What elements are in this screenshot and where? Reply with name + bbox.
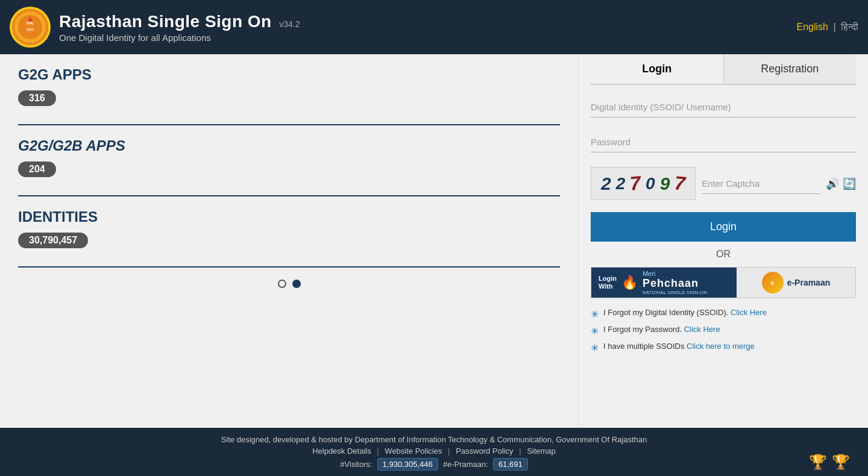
svg-text:SSO: SSO (27, 28, 34, 31)
trophy-icon-2: 🏆 (832, 454, 850, 471)
forgot-ssoid-text: I Forgot my Digital Identity (SSOID). Cl… (603, 308, 767, 317)
captcha-audio-button[interactable]: 🔊 (826, 177, 839, 190)
identities-count: 30,790,457 (18, 233, 88, 248)
sitemap-link[interactable]: Sitemap (527, 446, 556, 456)
captcha-char-4: 0 (646, 174, 655, 193)
carousel-dot-2[interactable] (292, 280, 301, 288)
merge-ssoid-link[interactable]: Click here to merge (687, 342, 755, 351)
app-subtitle: One Digital Identity for all Application… (59, 33, 300, 43)
captcha-image: 2 2 7 0 9 7 (591, 167, 696, 200)
password-group (591, 132, 856, 152)
ssoid-input[interactable] (591, 97, 856, 117)
forgot-password-row: ✳ I Forgot my Password. Click Here (591, 325, 856, 337)
carousel-dots (18, 280, 560, 288)
header-left: राज. SSO Rajasthan Single Sign On v34.2 … (10, 7, 300, 48)
pehchaan-meri-text: Meri (643, 270, 707, 277)
tab-login[interactable]: Login (591, 54, 723, 84)
meri-pehchaan-image: Login With 🔥 Meri Pehchaan NATIONAL SING… (591, 267, 856, 298)
carousel-dot-1[interactable] (278, 280, 286, 288)
footer-wrapper: Site designed, developed & hosted by Dep… (0, 428, 868, 476)
app-title-text: Rajasthan Single Sign On (59, 12, 272, 31)
epramaan-name: e-Pramaan (787, 278, 831, 287)
captcha-refresh-button[interactable]: 🔄 (843, 177, 856, 190)
footer: Site designed, developed & hosted by Dep… (0, 428, 868, 476)
captcha-char-3: 7 (629, 172, 642, 195)
tab-registration[interactable]: Registration (723, 54, 857, 84)
g2g-g2b-apps-title: G2G/G2B APPS (18, 137, 560, 154)
pehchaan-text: Meri Pehchaan NATIONAL SINGLE SIGN-ON (643, 270, 707, 295)
epramaan-label: #e-Pramaan: (443, 460, 488, 469)
g2g-apps-section: G2G APPS 316 (18, 66, 560, 125)
auth-tabs: Login Registration (591, 54, 856, 85)
helpdesk-link[interactable]: Helpdesk Details (312, 446, 371, 456)
logo: राज. SSO (10, 7, 51, 48)
forgot-password-link[interactable]: Click Here (684, 325, 720, 334)
or-divider: OR (591, 249, 856, 260)
header-title-block: Rajasthan Single Sign On v34.2 One Digit… (59, 12, 300, 43)
help-asterisk-3: ✳ (591, 342, 599, 354)
captcha-char-5: 9 (660, 174, 670, 194)
captcha-row: 2 2 7 0 9 7 🔊 🔄 (591, 167, 856, 200)
captcha-icons: 🔊 🔄 (826, 177, 856, 190)
left-panel: G2G APPS 316 G2G/G2B APPS 204 IDENTITIES… (0, 54, 579, 428)
epramaan-count: 61,691 (493, 458, 528, 471)
pehchaan-name-text: Pehchaan (643, 277, 707, 290)
login-button[interactable]: Login (591, 212, 856, 242)
pehchaan-left: Login With 🔥 Meri Pehchaan NATIONAL SING… (591, 268, 737, 298)
language-selector: English | हिन्दी (796, 22, 858, 33)
help-asterisk-2: ✳ (591, 325, 599, 337)
lang-separator: | (833, 22, 835, 32)
pehchaan-flame-icon: 🔥 (621, 275, 638, 290)
website-policies-link[interactable]: Website Policies (385, 446, 442, 456)
epramaan-logo: e e-Pramaan (762, 272, 831, 293)
merge-ssoid-text: I have multiple SSOIDs Click here to mer… (603, 342, 755, 351)
identities-title: IDENTITIES (18, 208, 560, 225)
ssoid-group (591, 97, 856, 117)
app-version: v34.2 (279, 19, 300, 29)
help-links: ✳ I Forgot my Digital Identity (SSOID). … (591, 308, 856, 354)
epramaan-circle-icon: e (762, 272, 784, 293)
captcha-input[interactable] (702, 174, 820, 194)
visitors-count: 1,930,305,446 (377, 458, 438, 471)
meri-pehchaan-button[interactable]: Login With 🔥 Meri Pehchaan NATIONAL SING… (591, 267, 856, 298)
header: राज. SSO Rajasthan Single Sign On v34.2 … (0, 0, 868, 54)
footer-trophies: 🏆 🏆 (809, 454, 850, 471)
pehchaan-right: e e-Pramaan (737, 268, 855, 298)
password-policy-link[interactable]: Password Policy (456, 446, 513, 456)
merge-ssoid-row: ✳ I have multiple SSOIDs Click here to m… (591, 342, 856, 354)
svg-text:राज.: राज. (26, 21, 34, 25)
g2g-g2b-apps-section: G2G/G2B APPS 204 (18, 137, 560, 196)
captcha-char-6: 7 (674, 172, 687, 195)
forgot-ssoid-row: ✳ I Forgot my Digital Identity (SSOID). … (591, 308, 856, 320)
password-input[interactable] (591, 132, 856, 152)
pehchaan-login-label: Login With (599, 275, 617, 290)
right-panel: Login Registration 2 2 7 0 9 7 (579, 54, 868, 428)
captcha-char-2: 2 (616, 174, 626, 193)
hindi-lang-link[interactable]: हिन्दी (841, 22, 858, 32)
visitors-label: #Visitors: (340, 460, 372, 469)
footer-stats: #Visitors: 1,930,305,446 #e-Pramaan: 61,… (10, 458, 858, 471)
logo-inner: राज. SSO (12, 9, 48, 45)
trophy-icon-1: 🏆 (809, 454, 827, 471)
help-asterisk-1: ✳ (591, 308, 599, 320)
main-container: G2G APPS 316 G2G/G2B APPS 204 IDENTITIES… (0, 54, 868, 428)
g2g-apps-title: G2G APPS (18, 66, 560, 83)
forgot-password-text: I Forgot my Password. Click Here (603, 325, 720, 334)
app-title: Rajasthan Single Sign On v34.2 (59, 12, 300, 31)
epramaan-text-block: e-Pramaan (787, 278, 831, 287)
english-lang-link[interactable]: English (796, 22, 828, 32)
forgot-ssoid-link[interactable]: Click Here (731, 308, 767, 317)
pehchaan-national-text: NATIONAL SINGLE SIGN-ON (643, 290, 707, 295)
g2g-g2b-apps-count: 204 (18, 161, 56, 177)
identities-section: IDENTITIES 30,790,457 (18, 208, 560, 268)
captcha-char-1: 2 (601, 174, 611, 194)
footer-description: Site designed, developed & hosted by Dep… (10, 435, 858, 444)
g2g-apps-count: 316 (18, 90, 56, 106)
footer-links: Helpdesk Details | Website Policies | Pa… (10, 446, 858, 456)
